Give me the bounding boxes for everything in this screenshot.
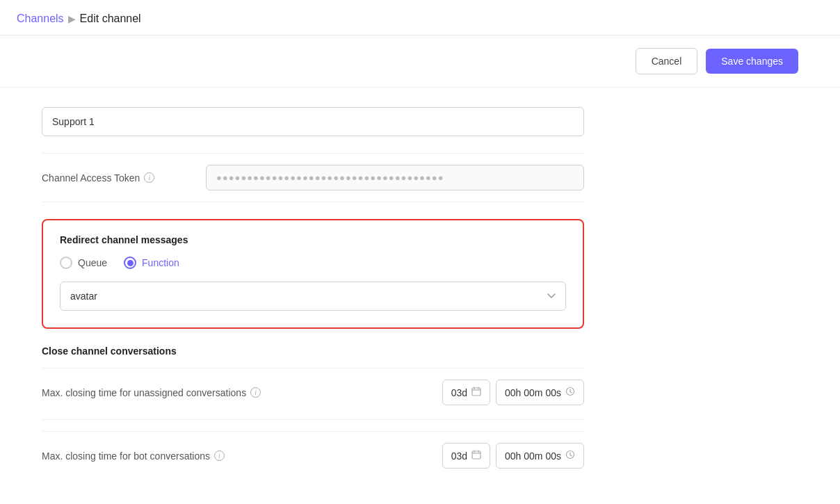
function-radio-inner [127,260,134,266]
function-radio-option[interactable]: Function [124,257,179,269]
clock-icon [565,387,575,398]
divider [42,419,584,420]
unassigned-time-input[interactable]: 00h 00m 00s [496,380,584,405]
cancel-button[interactable]: Cancel [636,48,698,74]
bot-calendar-icon [471,450,481,462]
channel-name-input[interactable] [42,107,584,136]
redirect-section-title: Redirect channel messages [60,234,566,245]
unassigned-label: Max. closing time for unassigned convers… [42,387,431,398]
unassigned-info-icon[interactable]: i [250,387,261,398]
function-radio-label: Function [142,257,179,268]
token-label: Channel Access Token i [42,172,195,184]
unassigned-days-input[interactable]: 03d [442,380,490,405]
function-radio-outer [124,257,136,269]
close-section-title: Close channel conversations [42,346,584,357]
toolbar: Cancel Save changes [0,35,840,88]
breadcrumb-arrow: ▶ [68,13,76,24]
redirect-section: Redirect channel messages Queue Function… [42,219,584,329]
token-value: ●●●●●●●●●●●●●●●●●●●●●●●●●●●●●●●●●●●●● [206,165,584,190]
main-content: Channel Access Token i ●●●●●●●●●●●●●●●●●… [0,88,626,504]
channel-name-field-group [42,107,584,136]
svg-rect-0 [472,388,480,396]
bot-close-row: Max. closing time for bot conversations … [42,431,584,480]
bot-time-input[interactable]: 00h 00m 00s [496,443,584,469]
queue-radio-outer [60,257,72,269]
save-changes-button[interactable]: Save changes [706,49,798,74]
bot-days-input[interactable]: 03d [442,443,490,469]
close-section: Close channel conversations Max. closing… [42,346,584,480]
token-info-icon[interactable]: i [144,172,154,183]
queue-radio-option[interactable]: Queue [60,257,107,269]
svg-line-13 [570,455,572,457]
breadcrumb-current: Edit channel [80,13,141,25]
channel-access-token-row: Channel Access Token i ●●●●●●●●●●●●●●●●●… [42,153,584,202]
svg-line-6 [570,392,572,393]
unassigned-close-row: Max. closing time for unassigned convers… [42,368,584,416]
bot-label: Max. closing time for bot conversations … [42,450,431,462]
breadcrumb: Channels ▶ Edit channel [0,0,840,35]
bot-info-icon[interactable]: i [214,450,225,461]
redirect-radio-group: Queue Function [60,257,566,269]
bot-clock-icon [565,450,575,462]
svg-rect-7 [472,451,480,459]
calendar-icon [471,387,481,398]
breadcrumb-channels-link[interactable]: Channels [17,13,64,25]
unassigned-time-inputs: 03d 00h 00m 00s [442,380,584,405]
redirect-dropdown[interactable]: avatar queue1 function1 [60,282,566,311]
bot-time-inputs: 03d 00h 00m 00s [442,443,584,469]
queue-radio-label: Queue [78,257,107,268]
